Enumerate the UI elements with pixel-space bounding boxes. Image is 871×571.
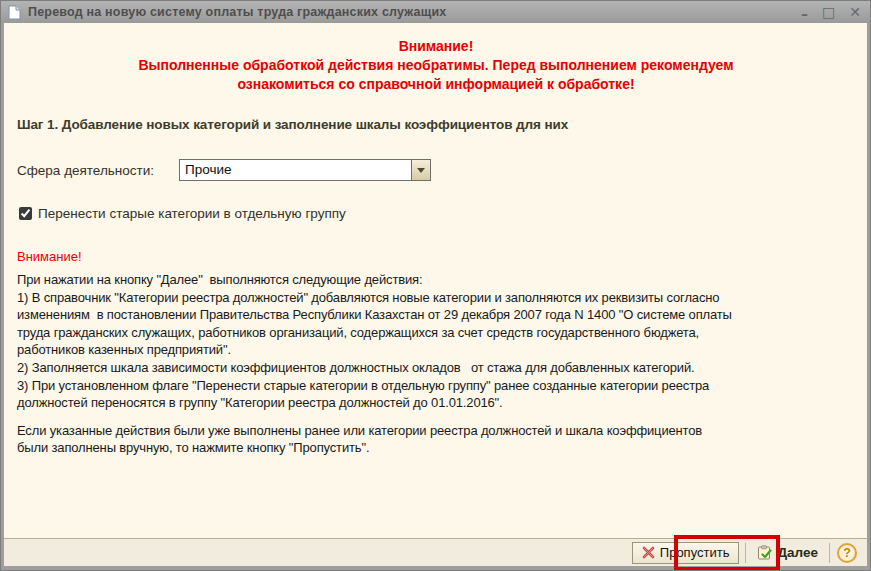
sphere-dropdown-button[interactable] — [411, 160, 430, 180]
chevron-down-icon — [417, 168, 425, 173]
document-icon — [8, 5, 21, 20]
move-categories-checkbox[interactable] — [19, 207, 32, 220]
sphere-combobox-value: Прочие — [185, 162, 232, 177]
separator — [829, 543, 830, 563]
next-button-label: Далее — [777, 545, 818, 560]
move-categories-label[interactable]: Перенести старые категории в отдельную г… — [38, 206, 346, 221]
dialog-window: Перевод на новую систему оплаты труда гр… — [0, 0, 871, 571]
skip-button-label: Пропустить — [660, 545, 730, 560]
sphere-label: Сфера деятельности: — [17, 163, 179, 178]
window-controls: – □ ✕ — [801, 5, 861, 19]
clipboard-check-icon — [757, 545, 772, 560]
minimize-button[interactable]: – — [801, 7, 808, 21]
next-button[interactable]: Далее — [752, 542, 823, 564]
close-button[interactable]: ✕ — [849, 5, 861, 19]
notice-title: Внимание! — [17, 249, 855, 264]
help-button-label: ? — [843, 546, 851, 560]
sphere-combobox[interactable]: Прочие — [179, 159, 431, 181]
command-bar: Пропустить Далее ? — [4, 538, 867, 566]
help-button[interactable]: ? — [837, 543, 857, 563]
skip-button[interactable]: Пропустить — [632, 542, 740, 564]
maximize-button[interactable]: □ — [822, 5, 835, 19]
separator — [745, 543, 746, 563]
notice-footer: Если указанные действия были уже выполне… — [17, 422, 855, 457]
notice-body: При нажатии на кнопку "Далее" выполняютс… — [17, 271, 855, 412]
dialog-content: Внимание! Выполненные обработкой действи… — [4, 23, 867, 566]
top-warning-text: Внимание! Выполненные обработкой действи… — [17, 37, 855, 94]
sphere-field-row: Сфера деятельности: Прочие — [17, 159, 855, 181]
title-bar: Перевод на новую систему оплаты труда гр… — [1, 1, 870, 23]
step-heading: Шаг 1. Добавление новых категорий и запо… — [17, 117, 855, 132]
red-x-icon — [642, 546, 655, 559]
move-categories-check-row: Перенести старые категории в отдельную г… — [17, 206, 855, 221]
window-title: Перевод на новую систему оплаты труда гр… — [28, 5, 447, 19]
